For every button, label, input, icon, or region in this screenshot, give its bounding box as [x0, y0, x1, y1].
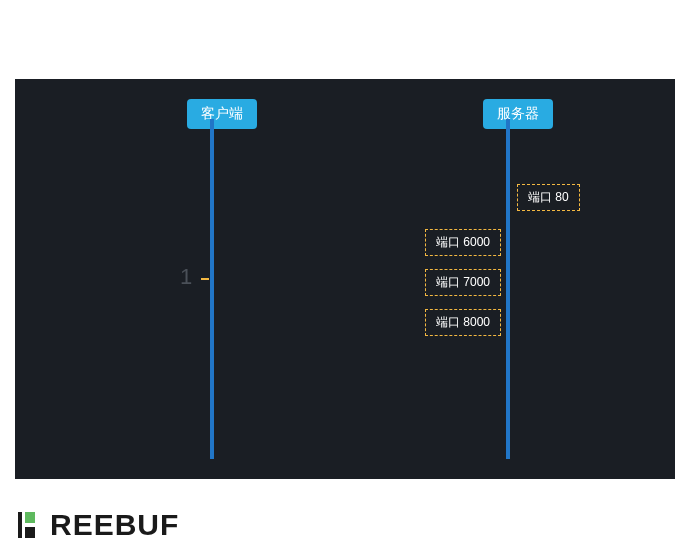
port-80-label: 端口 80 [528, 190, 569, 204]
watermark-text: REEBUF [50, 508, 179, 542]
watermark: REEBUF [18, 508, 179, 542]
svg-rect-0 [18, 512, 22, 538]
svg-rect-2 [25, 527, 35, 538]
client-label: 客户端 [201, 105, 243, 121]
port-7000-box: 端口 7000 [425, 269, 501, 296]
port-6000-label: 端口 6000 [436, 235, 490, 249]
svg-rect-1 [25, 512, 35, 523]
diagram-canvas: 客户端 服务器 端口 80 端口 6000 端口 7000 端口 8000 1 [15, 79, 675, 479]
port-6000-box: 端口 6000 [425, 229, 501, 256]
server-label: 服务器 [497, 105, 539, 121]
step-number: 1 [180, 264, 192, 290]
step-dash-icon [201, 278, 209, 280]
port-80-box: 端口 80 [517, 184, 580, 211]
port-8000-label: 端口 8000 [436, 315, 490, 329]
server-lifeline [506, 119, 510, 459]
server-node: 服务器 [483, 99, 553, 129]
client-lifeline [210, 119, 214, 459]
port-7000-label: 端口 7000 [436, 275, 490, 289]
port-8000-box: 端口 8000 [425, 309, 501, 336]
client-node: 客户端 [187, 99, 257, 129]
freebuf-logo-icon [18, 510, 44, 540]
